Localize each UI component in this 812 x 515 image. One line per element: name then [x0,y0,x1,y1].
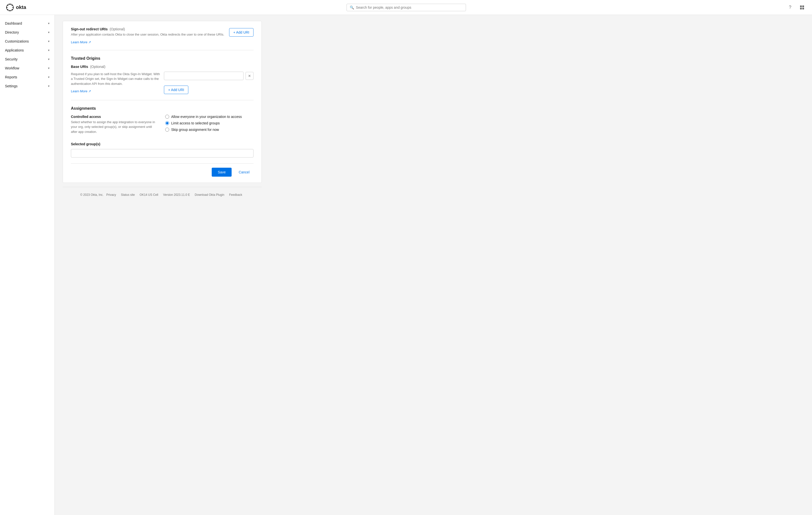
signout-redirect-section: Sign-out redirect URIs (Optional) After … [71,27,254,44]
chevron-down-icon: ▾ [48,66,50,70]
sidebar-label-workflow: Workflow [5,66,19,70]
search-bar[interactable]: 🔍 [347,4,466,11]
okta-logo[interactable]: okta [6,3,26,11]
svg-point-5 [9,10,10,11]
sidebar-label-reports: Reports [5,75,17,79]
sidebar-item-reports[interactable]: Reports ▾ [0,73,55,82]
selected-groups-input[interactable] [71,149,254,158]
footer-plugin-link[interactable]: Download Okta Plugin [195,193,224,197]
assignments-title: Assignments [71,106,254,111]
chevron-down-icon: ▾ [48,31,50,34]
radio-everyone[interactable]: Allow everyone in your organization to a… [165,115,254,119]
radio-skip-input[interactable] [165,127,169,132]
trusted-origins-learn-more-link[interactable]: Learn More ↗ [71,89,91,93]
search-input[interactable] [356,5,463,9]
selected-groups-label: Selected group(s) [71,142,254,146]
radio-skip[interactable]: Skip group assignment for now [165,127,254,132]
help-button[interactable]: ? [786,3,794,11]
footer-cell-link[interactable]: OK14 US Cell [140,193,158,197]
section-divider-1 [71,50,254,50]
selected-groups-container: Selected group(s) [71,142,254,158]
sidebar-item-customizations[interactable]: Customizations ▾ [0,37,55,46]
chevron-down-icon: ▾ [48,22,50,25]
chevron-down-icon: ▾ [48,57,50,61]
controlled-access-col: Controlled access Select whether to assi… [71,115,159,137]
svg-point-7 [6,7,7,8]
footer-feedback-link[interactable]: Feedback [229,193,242,197]
base-uri-input[interactable] [164,71,243,80]
sidebar-item-dashboard[interactable]: Dashboard ▾ [0,19,55,28]
sidebar-label-customizations: Customizations [5,39,29,43]
sidebar-label-settings: Settings [5,84,18,88]
app-layout: Dashboard ▾ Directory ▾ Customizations ▾… [0,15,812,515]
external-link-icon: ↗ [88,40,91,44]
okta-logo-text: okta [16,4,26,10]
assignments-section: Assignments Controlled access Select whe… [71,106,254,158]
sidebar: Dashboard ▾ Directory ▾ Customizations ▾… [0,15,55,515]
controlled-access-label: Controlled access [71,115,159,119]
grid-menu-button[interactable] [798,3,806,11]
controlled-access-description: Select whether to assign the app integra… [71,120,159,134]
signout-learn-more-link[interactable]: Learn More ↗ [71,40,91,44]
sidebar-label-applications: Applications [5,48,24,52]
app-header: okta 🔍 ? [0,0,812,15]
sidebar-item-directory[interactable]: Directory ▾ [0,28,55,37]
external-link-icon-2: ↗ [88,89,91,93]
copyright: © 2023 Okta, Inc. [80,193,104,197]
svg-point-6 [7,9,8,10]
svg-rect-9 [800,5,802,7]
sidebar-label-security: Security [5,57,18,61]
svg-point-8 [7,5,8,6]
footer-version-link[interactable]: Version 2023.11.0 E [163,193,190,197]
trusted-origins-section: Trusted Origins Base URIs (Optional) Req… [71,56,254,94]
page-footer: © 2023 Okta, Inc. Privacy Status site OK… [63,187,262,202]
trusted-origins-title: Trusted Origins [71,56,254,61]
remove-base-uri-button[interactable]: ✕ [245,72,254,80]
svg-rect-11 [800,8,802,9]
base-uri-label: Base URIs (Optional) [71,65,106,69]
base-uri-description: Required if you plan to self-host the Ok… [71,71,160,86]
save-button[interactable]: Save [212,168,232,177]
signout-uri-label: Sign-out redirect URIs (Optional) [71,27,226,31]
chevron-down-icon: ▾ [48,76,50,79]
svg-point-4 [12,9,13,10]
sidebar-item-security[interactable]: Security ▾ [0,55,55,64]
svg-point-2 [12,5,13,6]
cancel-button[interactable]: Cancel [235,168,254,177]
signout-uri-description: After your application contacts Okta to … [71,32,226,37]
search-icon: 🔍 [350,5,354,9]
chevron-down-icon: ▾ [48,84,50,88]
chevron-down-icon: ▾ [48,49,50,52]
assignments-columns: Controlled access Select whether to assi… [71,115,254,137]
header-right: ? [786,3,806,11]
form-card: Sign-out redirect URIs (Optional) After … [63,21,262,183]
svg-point-1 [9,4,10,5]
signout-add-uri-button[interactable]: + Add URI [229,28,254,36]
main-content: Sign-out redirect URIs (Optional) After … [55,15,812,515]
form-actions: Save Cancel [71,164,254,177]
sidebar-label-directory: Directory [5,30,19,34]
radio-selected-groups[interactable]: Limit access to selected groups [165,121,254,125]
footer-status-link[interactable]: Status site [121,193,135,197]
chevron-down-icon: ▾ [48,39,50,43]
svg-rect-10 [802,5,804,7]
sidebar-label-dashboard: Dashboard [5,21,22,25]
sidebar-item-settings[interactable]: Settings ▾ [0,82,55,91]
access-radio-group: Allow everyone in your organization to a… [165,115,254,132]
radio-selected-groups-input[interactable] [165,121,169,125]
svg-point-3 [12,7,13,8]
header-left: okta [6,3,26,11]
base-uri-add-uri-button[interactable]: + Add URI [164,86,188,94]
base-uri-row: ✕ [164,71,254,80]
sidebar-item-applications[interactable]: Applications ▾ [0,46,55,55]
access-radio-col: Allow everyone in your organization to a… [165,115,254,137]
svg-rect-12 [802,8,804,9]
footer-privacy-link[interactable]: Privacy [106,193,116,197]
sidebar-item-workflow[interactable]: Workflow ▾ [0,64,55,73]
radio-everyone-input[interactable] [165,115,169,119]
